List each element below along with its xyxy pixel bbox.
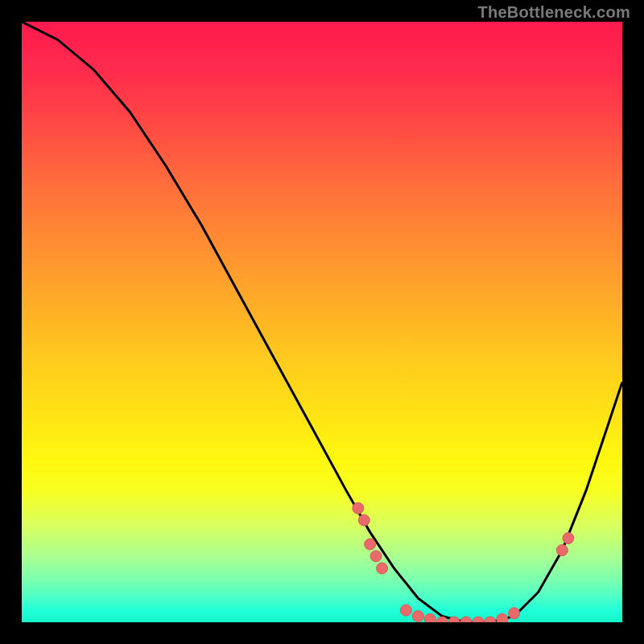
data-marker	[473, 617, 484, 622]
data-marker	[424, 613, 436, 622]
data-marker	[370, 551, 382, 562]
data-marker	[563, 533, 574, 544]
data-marker	[353, 502, 364, 514]
data-marker	[556, 545, 568, 556]
data-marker	[400, 605, 411, 616]
data-marker	[365, 539, 376, 550]
data-marker	[497, 613, 508, 622]
data-marker	[358, 514, 369, 526]
data-marker	[412, 611, 423, 622]
chart-frame	[14, 14, 630, 630]
data-marker	[509, 608, 520, 619]
bottleneck-curve	[22, 22, 622, 622]
watermark-text: TheBottleneck.com	[477, 3, 630, 22]
data-marker	[460, 617, 472, 622]
data-marker	[377, 563, 388, 574]
marker-group	[353, 502, 574, 622]
data-marker	[485, 617, 496, 622]
chart-svg	[22, 22, 622, 622]
